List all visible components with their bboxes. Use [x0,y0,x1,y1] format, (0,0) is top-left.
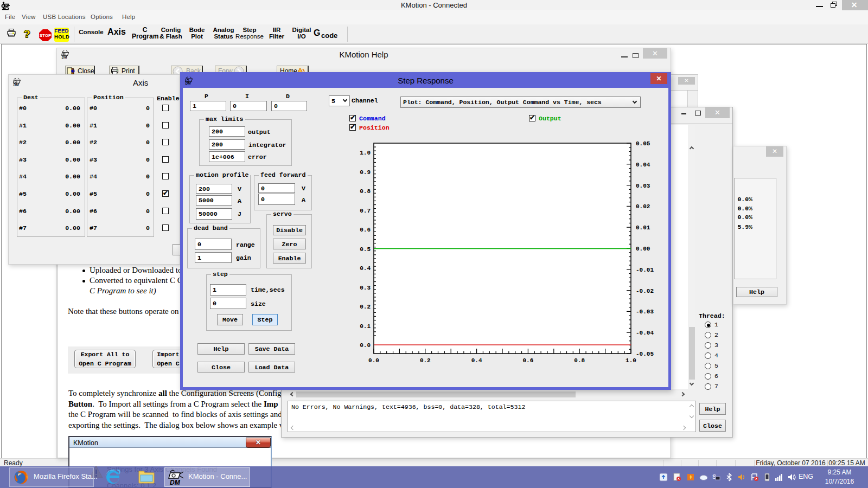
svg-text:0.00: 0.00 [636,246,650,252]
svg-text:0.04: 0.04 [636,162,650,168]
svg-text:DM: DM [14,83,20,87]
svg-text:0.0: 0.0 [360,342,371,349]
svg-text:0.2: 0.2 [360,304,371,310]
svg-text:0.2: 0.2 [420,357,431,364]
svg-text:0.6: 0.6 [360,227,371,233]
svg-text:1.0: 1.0 [360,150,371,156]
svg-text:0.6: 0.6 [522,357,533,364]
svg-text:-0.02: -0.02 [636,288,654,294]
svg-text:0.02: 0.02 [636,203,650,210]
svg-text:DM: DM [62,55,68,59]
svg-text:-0.04: -0.04 [636,330,654,336]
svg-text:0.4: 0.4 [360,265,371,272]
svg-text:0.03: 0.03 [636,183,650,189]
svg-text:-0.05: -0.05 [636,351,654,357]
svg-text:0.0: 0.0 [368,357,379,364]
svg-text:DM: DM [170,479,181,486]
svg-text:0.9: 0.9 [360,169,371,176]
svg-text:0.3: 0.3 [360,285,371,291]
svg-text:0.8: 0.8 [360,188,371,195]
svg-text:-0.03: -0.03 [636,309,654,315]
svg-text:0.1: 0.1 [360,323,371,330]
svg-text:-0.01: -0.01 [636,267,654,273]
svg-text:DM: DM [186,81,192,85]
svg-text:0.7: 0.7 [360,208,371,214]
svg-text:0.8: 0.8 [574,357,585,364]
svg-text:0.01: 0.01 [636,224,650,231]
svg-text:0.05: 0.05 [636,140,650,147]
svg-text:0.4: 0.4 [471,357,482,364]
svg-text:1.0: 1.0 [626,357,636,364]
svg-text:0.5: 0.5 [360,246,371,253]
